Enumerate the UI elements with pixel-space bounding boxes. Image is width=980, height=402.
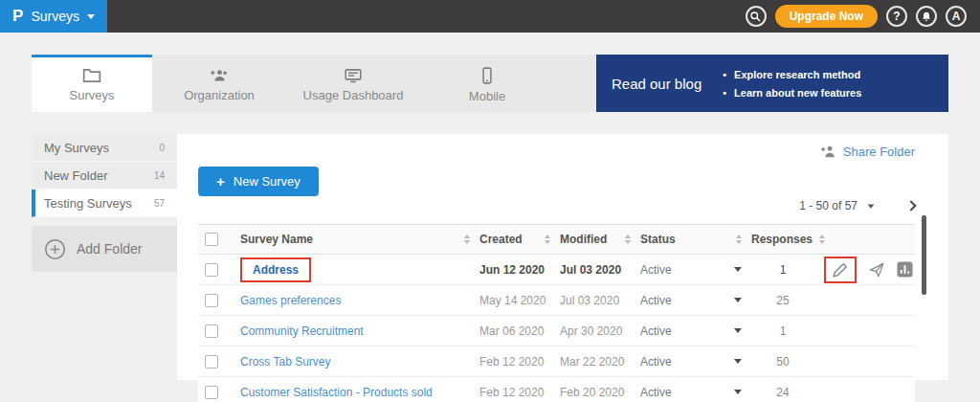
status-dropdown-icon[interactable] — [734, 328, 742, 333]
responses-count: 50 — [751, 355, 814, 368]
survey-name-link[interactable]: Games preferences — [240, 294, 341, 307]
content-area: My Surveys 0 New Folder 14 Testing Surve… — [32, 134, 948, 380]
status-dropdown-icon[interactable] — [734, 390, 742, 394]
created-date: Mar 06 2020 — [479, 324, 560, 338]
table-row: Cross Tab Survey Feb 12 2020 Mar 22 2020… — [198, 346, 915, 377]
responses-count: 1 — [751, 263, 814, 277]
tab-mobile[interactable]: Mobile — [420, 55, 554, 112]
help-button[interactable]: ? — [886, 6, 907, 27]
edit-pencil-icon[interactable] — [833, 262, 848, 278]
survey-name-link[interactable]: Customer Satisfaction - Products sold — [240, 386, 433, 399]
column-header-created: Created — [479, 233, 523, 246]
modified-date: Mar 22 2020 — [560, 355, 640, 368]
banner-bullet-list: Explore research method Learn about new … — [723, 69, 861, 99]
survey-name-link[interactable]: Community Recruitment — [240, 324, 364, 338]
topbar-actions: Upgrade Now ? A — [746, 0, 980, 33]
responses-count: 25 — [751, 294, 814, 307]
survey-name-link[interactable]: Address — [253, 263, 299, 277]
sort-icon[interactable] — [545, 234, 550, 244]
folder-count: 57 — [154, 198, 165, 209]
top-bar: P Surveys Upgrade Now ? A — [0, 0, 980, 33]
organization-people-icon — [210, 68, 229, 83]
modified-date: Feb 20 2020 — [560, 386, 640, 399]
avatar-initial: A — [952, 10, 961, 23]
new-survey-label: New Survey — [234, 174, 301, 189]
row-checkbox[interactable] — [205, 355, 218, 368]
plus-circle-icon — [44, 238, 66, 260]
folder-label: My Surveys — [44, 141, 109, 155]
reports-button[interactable] — [897, 261, 913, 278]
responses-count: 1 — [751, 324, 814, 338]
dashboard-icon — [344, 68, 363, 83]
tab-label: Mobile — [469, 89, 505, 103]
search-button[interactable] — [746, 6, 767, 27]
upgrade-now-button[interactable]: Upgrade Now — [775, 5, 878, 28]
tab-surveys[interactable]: Surveys — [32, 55, 152, 112]
primary-tabs: Surveys Organization Usage Dashboard Mob… — [32, 55, 948, 112]
sidebar-item-testing-surveys[interactable]: Testing Surveys 57 — [32, 190, 177, 217]
notifications-button[interactable] — [916, 6, 937, 27]
sidebar-item-new-folder[interactable]: New Folder 14 — [32, 162, 177, 190]
modified-date: Apr 30 2020 — [560, 324, 640, 338]
table-row: Community Recruitment Mar 06 2020 Apr 30… — [198, 316, 915, 346]
vertical-scrollbar[interactable] — [922, 215, 926, 295]
sort-icon[interactable] — [464, 234, 470, 244]
pagination: 1 - 50 of 57 — [198, 196, 915, 215]
folders-sidebar: My Surveys 0 New Folder 14 Testing Surve… — [32, 134, 177, 380]
proprofs-logo-icon: P — [12, 7, 23, 26]
status-dropdown-icon[interactable] — [734, 267, 742, 272]
highlight-annotation-box — [824, 257, 857, 283]
paper-plane-icon — [869, 262, 884, 278]
share-folder-link[interactable]: Share Folder — [198, 142, 915, 161]
status-dropdown-icon[interactable] — [734, 359, 742, 364]
bell-icon — [921, 11, 932, 23]
row-checkbox[interactable] — [205, 324, 218, 338]
send-survey-button[interactable] — [869, 262, 884, 278]
status-value: Active — [640, 386, 672, 399]
folder-count: 0 — [159, 143, 165, 153]
banner-bullet: Learn about new features — [723, 87, 861, 99]
created-date: Feb 12 2020 — [479, 386, 560, 399]
question-mark-icon: ? — [893, 10, 900, 23]
tab-label: Surveys — [70, 88, 115, 102]
page-size-dropdown-icon[interactable] — [868, 204, 875, 208]
bar-chart-icon — [897, 261, 913, 278]
tab-organization[interactable]: Organization — [152, 55, 286, 112]
column-header-modified: Modified — [560, 233, 607, 246]
folder-label: New Folder — [44, 168, 107, 183]
tab-label: Usage Dashboard — [303, 88, 404, 102]
tab-usage-dashboard[interactable]: Usage Dashboard — [286, 55, 420, 112]
sort-icon[interactable] — [819, 234, 825, 244]
column-header-survey-name: Survey Name — [240, 233, 313, 246]
modified-date: Jul 03 2020 — [560, 294, 640, 307]
row-checkbox[interactable] — [205, 386, 218, 399]
select-all-checkbox[interactable] — [205, 233, 218, 246]
share-person-icon — [820, 145, 836, 159]
sort-icon[interactable] — [625, 234, 631, 244]
folder-count: 14 — [154, 170, 165, 181]
app-switcher[interactable]: P Surveys — [0, 0, 107, 33]
add-folder-button[interactable]: Add Folder — [32, 226, 177, 272]
responses-count: 24 — [751, 386, 814, 399]
modified-date: Jul 03 2020 — [560, 263, 640, 277]
sidebar-item-my-surveys[interactable]: My Surveys 0 — [32, 134, 177, 162]
column-header-responses: Responses — [751, 233, 813, 246]
row-checkbox[interactable] — [205, 294, 218, 307]
table-header-row: Survey Name Created Modified Status Resp… — [198, 224, 915, 255]
new-survey-button[interactable]: + New Survey — [198, 167, 319, 196]
mobile-phone-icon — [479, 67, 495, 84]
column-header-status: Status — [640, 233, 676, 246]
created-date: May 14 2020 — [479, 294, 560, 307]
status-value: Active — [640, 263, 672, 277]
share-folder-label: Share Folder — [843, 145, 915, 159]
blog-banner[interactable]: Read our blog Explore research method Le… — [596, 55, 948, 112]
status-dropdown-icon[interactable] — [734, 298, 742, 302]
plus-icon: + — [216, 173, 225, 190]
survey-name-link[interactable]: Cross Tab Survey — [240, 355, 330, 368]
account-avatar[interactable]: A — [946, 6, 967, 27]
row-checkbox[interactable] — [205, 263, 218, 277]
next-page-chevron-icon[interactable] — [905, 200, 916, 211]
sort-icon[interactable] — [736, 234, 742, 244]
search-icon — [749, 11, 762, 23]
banner-bullet: Explore research method — [723, 69, 861, 80]
